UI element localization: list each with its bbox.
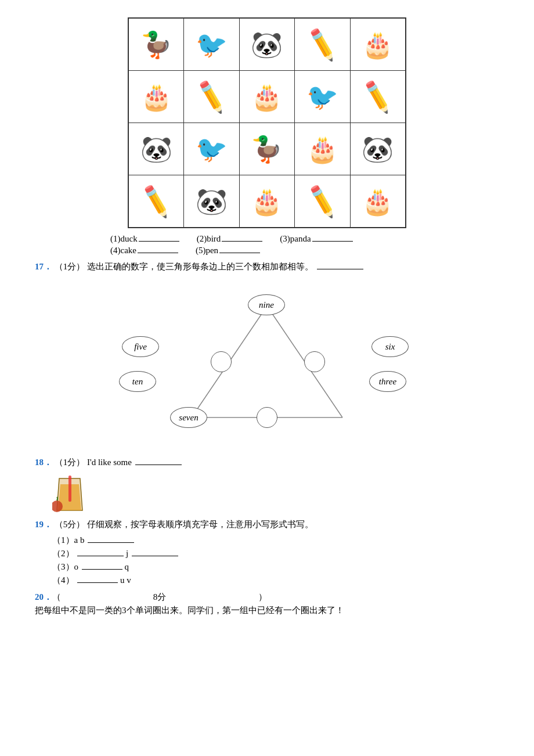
grid-cell: 🎂 <box>295 123 350 175</box>
q18-answer-blank <box>135 465 182 465</box>
q19-item-2: （2） j <box>52 548 499 559</box>
grid-cell: ✏️ <box>295 175 350 228</box>
grid-cell: 🎂 <box>239 71 294 123</box>
svg-rect-3 <box>68 476 71 502</box>
label-cake: (4)cake <box>110 246 178 255</box>
pen-icon: ✏️ <box>358 78 397 115</box>
q19-item-1: （1）a b <box>52 535 499 546</box>
q19-blank-2a <box>77 556 124 556</box>
panda-blank <box>312 241 353 242</box>
bird-icon: 🐦 <box>306 83 338 111</box>
cake-icon: 🎂 <box>306 135 338 164</box>
cake-icon: 🎂 <box>140 83 172 111</box>
grid-cell: 🦆 <box>239 123 294 175</box>
q20-score: 8分 <box>61 592 258 603</box>
q19-blank-3 <box>82 569 122 570</box>
panda-icon: 🐼 <box>196 188 228 216</box>
q19-blank-4 <box>77 582 118 583</box>
q19-blank-2b <box>132 556 178 556</box>
pen-icon: ✏️ <box>303 26 342 63</box>
cake-blank <box>138 253 178 253</box>
grid-cell: 🐼 <box>129 123 184 175</box>
panda-icon: 🐼 <box>251 31 283 59</box>
duck-blank <box>139 241 179 242</box>
pen-blank <box>219 253 260 253</box>
q19-item-4: （4） u v <box>52 575 499 586</box>
grid-cell: 🎂 <box>350 19 405 71</box>
q20-description: 把每组中不是同一类的3个单词圈出来。同学们，第一组中已经有一个圈出来了！ <box>35 605 499 616</box>
bird-icon: 🐦 <box>196 135 228 164</box>
grid-row-3: 🐼 🐦 🦆 🎂 🐼 <box>129 123 406 175</box>
question-17: 17． （1分） 选出正确的数字，使三角形每条边上的三个数相加都相等。 <box>35 261 499 272</box>
ten-oval: ten <box>119 371 156 392</box>
q19-items: （1）a b （2） j （3）o q （4） u v <box>52 535 499 586</box>
question-19: 19． （5分） 仔细观察，按字母表顺序填充字母，注意用小写形式书写。 （1）a… <box>35 519 499 586</box>
pen-icon: ✏️ <box>137 182 176 219</box>
grid-row-4: ✏️ 🐼 🎂 ✏️ 🎂 <box>129 175 406 228</box>
seven-oval: seven <box>170 407 207 428</box>
grid-cell: 🎂 <box>350 175 405 228</box>
animal-grid: 🦆 🐦 🐼 ✏️ 🎂 🎂 ✏️ 🎂 🐦 ✏️ 🐼 🐦 🦆 🎂 🐼 <box>128 17 406 228</box>
pen-icon: ✏️ <box>192 78 231 115</box>
question-20: 20． （ 8分 ） 把每组中不是同一类的3个单词圈出来。同学们，第一组中已经有… <box>35 592 499 616</box>
grid-cell: ✏️ <box>184 71 239 123</box>
grid-cell: 🐼 <box>239 19 294 71</box>
blank-bottom-edge <box>257 407 277 428</box>
bird-blank <box>222 241 262 242</box>
panda-icon: 🐼 <box>362 135 394 164</box>
q17-answer-blank <box>317 269 363 269</box>
grid-cell: ✏️ <box>350 71 405 123</box>
grid-row-2: 🎂 ✏️ 🎂 🐦 ✏️ <box>129 71 406 123</box>
grid-cell: 🐼 <box>350 123 405 175</box>
question-18: 18． （1分） I'd like some <box>35 457 499 513</box>
five-oval: five <box>122 336 159 357</box>
grid-cell: 🎂 <box>239 175 294 228</box>
grid-cell: 🐼 <box>184 175 239 228</box>
label-bird: (2)bird <box>197 234 263 244</box>
panda-icon: 🐼 <box>140 135 172 164</box>
duck-icon: 🦆 <box>140 31 172 59</box>
grid-labels: (1)duck (2)bird (3)panda (4)cake (5)pen <box>110 234 499 255</box>
pen-icon: ✏️ <box>303 182 342 219</box>
label-panda: (3)panda <box>280 234 352 244</box>
grid-cell: 🐦 <box>184 19 239 71</box>
image-grid-section: 🦆 🐦 🐼 ✏️ 🎂 🎂 ✏️ 🎂 🐦 ✏️ 🐼 🐦 🦆 🎂 🐼 <box>128 17 406 228</box>
q19-item-3: （3）o q <box>52 561 499 573</box>
grid-cell: 🦆 <box>129 19 184 71</box>
grid-cell: 🐦 <box>184 123 239 175</box>
grid-cell: 🎂 <box>129 71 184 123</box>
triangle-puzzle: nine five ten seven six three <box>87 278 447 447</box>
label-pen: (5)pen <box>196 246 260 255</box>
label-duck: (1)duck <box>110 234 179 244</box>
duck-icon: 🦆 <box>251 135 283 164</box>
blank-left-edge <box>211 351 232 372</box>
bird-icon: 🐦 <box>196 31 228 59</box>
six-oval: six <box>371 336 409 357</box>
grid-cell: 🐦 <box>295 71 350 123</box>
grid-cell: ✏️ <box>129 175 184 228</box>
grid-cell: ✏️ <box>295 19 350 71</box>
cake-icon: 🎂 <box>362 31 394 59</box>
q19-blank-1 <box>88 542 134 543</box>
grid-row-1: 🦆 🐦 🐼 ✏️ 🎂 <box>129 19 406 71</box>
juice-image <box>52 473 499 513</box>
cake-icon: 🎂 <box>251 188 283 216</box>
nine-oval: nine <box>248 294 285 315</box>
blank-right-edge <box>304 351 325 372</box>
cake-icon: 🎂 <box>251 83 283 111</box>
juice-cup-svg <box>52 473 87 513</box>
cake-icon: 🎂 <box>362 188 394 216</box>
three-oval: three <box>369 371 406 392</box>
